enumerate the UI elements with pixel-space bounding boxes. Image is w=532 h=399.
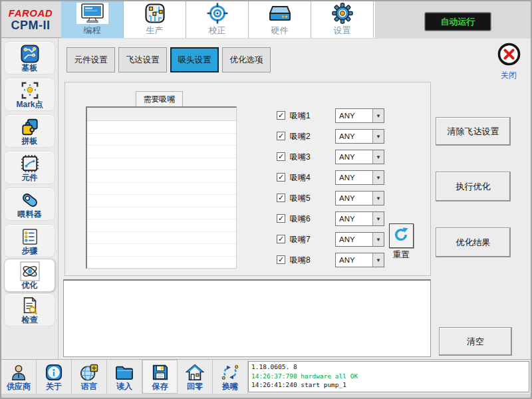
list-row [87,257,236,269]
home-button[interactable]: 回零 [178,360,213,394]
circuit-icon [145,3,165,24]
toolbar-label: 语言 [81,382,97,391]
subtab-label: 元件设置 [74,55,108,66]
clear-feeder-settings-button[interactable]: 清除飞达设置 [436,117,511,146]
sidebar-item-components[interactable]: 元件 [4,151,55,184]
combo-value: ANY [336,192,372,205]
sidebar-item-board[interactable]: 基板 [4,41,55,74]
nozzle-5-checkbox[interactable] [277,194,285,202]
sidebar-item-label: 步骤 [22,247,38,255]
toolbar-label: 回零 [187,382,203,391]
combo-arrow-button[interactable]: ▼ [372,233,384,246]
close-button[interactable]: 关闭 [492,42,525,81]
combo-arrow-button[interactable]: ▼ [372,130,384,143]
required-nozzles-list[interactable] [86,106,237,269]
chevron-down-icon: ▼ [376,237,381,243]
sidebar-item-inspection[interactable]: 检查 [4,293,55,327]
list-row [87,207,236,220]
tab-calibration[interactable]: 校正 [186,1,249,38]
sidebar-item-steps[interactable]: 步骤 [4,224,55,257]
button-label: 清除飞达设置 [448,126,499,138]
combo-arrow-button[interactable]: ▼ [372,253,384,267]
nozzle-label: 吸嘴5 [290,193,311,204]
home-icon [186,362,204,382]
tab-hardware[interactable]: 硬件 [249,1,311,38]
sidebar: 基板 Mark点 拼板 元件 喂料器 步骤 优化 [1,39,59,359]
combo-arrow-button[interactable]: ▼ [372,171,384,184]
close-icon [497,57,521,68]
combo-arrow-button[interactable]: ▼ [372,192,384,205]
about-button[interactable]: 关于 [37,360,72,394]
sidebar-item-mark[interactable]: Mark点 [4,78,55,111]
nozzle-2-type-select[interactable]: ANY ▼ [335,129,384,144]
subtab-optimization-options[interactable]: 优化选项 [222,47,271,72]
subtab-feeder-settings[interactable]: 飞达设置 [118,47,167,72]
combo-value: ANY [336,171,372,184]
supplier-button[interactable]: 供应商 [1,360,37,394]
optimization-output-box [63,279,431,357]
nozzle-8-type-select[interactable]: ANY ▼ [335,253,384,267]
tab-programming[interactable]: 编程 [61,1,124,38]
drive-icon [269,3,291,24]
nozzle-1-checkbox[interactable] [277,111,285,120]
folder-icon [115,362,134,382]
list-row [87,195,236,207]
nozzle-4-checkbox[interactable] [277,173,285,182]
sidebar-item-optimization[interactable]: 优化 [4,259,55,292]
combo-arrow-button[interactable]: ▼ [372,212,384,225]
bottom-toolbar: 供应商 关于 语言 读入 保存 [1,359,531,394]
optimization-result-button[interactable]: 优化结果 [436,227,511,257]
steps-icon [21,227,39,247]
nozzle-row: 吸嘴6 ANY ▼ [277,212,395,227]
inspect-icon [21,296,39,316]
nozzle-row: 吸嘴2 ANY ▼ [277,130,395,144]
combo-value: ANY [336,130,372,143]
nozzle-7-checkbox[interactable] [277,235,285,243]
puzzle-icon [21,117,39,137]
combo-arrow-button[interactable]: ▼ [372,150,384,164]
reset-button[interactable] [389,223,414,248]
chevron-down-icon: ▼ [376,113,381,119]
tab-production[interactable]: 生产 [124,1,186,38]
swap-arrows-icon [221,362,239,382]
required-nozzles-title: 需要吸嘴 [136,91,183,106]
nozzle-7-type-select[interactable]: ANY ▼ [335,232,384,247]
brand-name: FAROAD [9,7,53,19]
nozzle-4-type-select[interactable]: ANY ▼ [335,170,384,185]
save-icon [152,362,169,382]
language-button[interactable]: 语言 [72,360,107,394]
nozzle-5-type-select[interactable]: ANY ▼ [335,191,384,205]
sidebar-item-feeder[interactable]: 喂料器 [4,188,55,221]
nozzle-row: 吸嘴8 ANY ▼ [277,253,395,268]
nozzle-6-checkbox[interactable] [277,214,285,223]
sidebar-item-panelize[interactable]: 拼板 [4,114,55,148]
clear-button[interactable]: 清空 [439,327,512,356]
combo-arrow-button[interactable]: ▼ [372,109,384,122]
nozzle-1-type-select[interactable]: ANY ▼ [335,108,384,123]
nozzle-row: 吸嘴1 ANY ▼ [277,109,395,124]
list-row [87,121,236,134]
tab-settings[interactable]: 设置 [311,1,374,38]
reset-label: 重置 [385,249,417,261]
auto-run-button[interactable]: 自动运行 [425,13,491,31]
run-optimization-button[interactable]: 执行优化 [436,172,511,201]
save-button[interactable]: 保存 [142,360,178,394]
brand-logo: FAROAD CPM-II [1,1,60,38]
subtab-component-settings[interactable]: 元件设置 [66,47,115,72]
subtab-nozzle-settings[interactable]: 吸头设置 [170,47,219,72]
nozzle-2-checkbox[interactable] [277,132,285,140]
panel-title-text: 需要吸嘴 [144,94,176,105]
nozzle-label: 吸嘴8 [290,255,311,266]
status-log: 1.18.0605. 8 14:26:37:798 hardware all O… [248,361,529,392]
change-nozzle-button[interactable]: 换嘴 [213,360,248,394]
button-label: 执行优化 [456,181,491,193]
nozzle-3-type-select[interactable]: ANY ▼ [335,150,384,164]
combo-value: ANY [336,233,372,246]
nozzle-8-checkbox[interactable] [277,255,285,264]
combo-value: ANY [336,212,372,225]
button-label: 优化结果 [456,237,491,249]
nozzle-3-checkbox[interactable] [277,152,285,161]
nozzle-6-type-select[interactable]: ANY ▼ [335,211,384,226]
sidebar-item-label: 拼板 [22,137,38,146]
load-button[interactable]: 读入 [107,360,142,394]
